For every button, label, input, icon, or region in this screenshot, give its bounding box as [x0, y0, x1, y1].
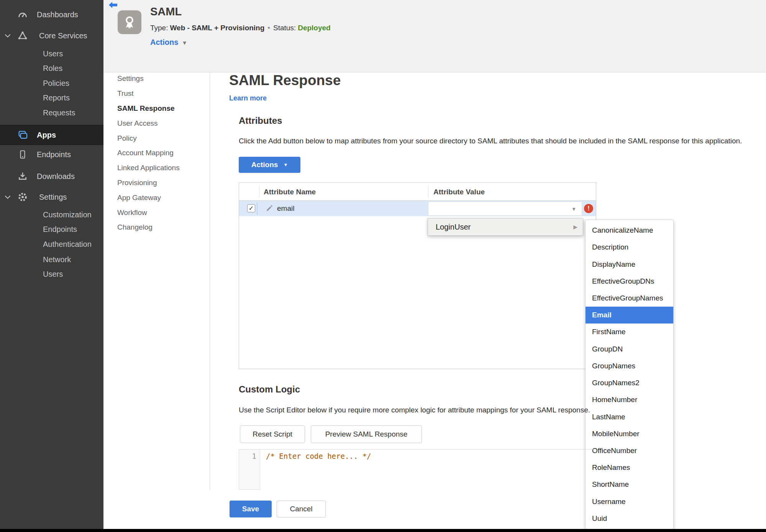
row-checkbox[interactable]: ✓	[247, 204, 255, 212]
submenu-item-canonicalizename[interactable]: CanonicalizeName	[586, 222, 673, 239]
sidebar-item-reports[interactable]: Reports	[0, 90, 103, 105]
app-meta: Type:Web - SAML + Provisioning•Status:De…	[150, 24, 331, 32]
submenu-item-groupdn[interactable]: GroupDN	[586, 341, 673, 358]
preview-saml-response-button[interactable]: Preview SAML Response	[311, 425, 422, 443]
sidebar-item-settings-endpoints[interactable]: Endpoints	[0, 222, 103, 237]
subnav-item-policy[interactable]: Policy	[117, 131, 180, 146]
caret-down-icon: ▼	[182, 39, 187, 46]
pencil-icon[interactable]	[266, 205, 273, 213]
sidebar-item-label: Downloads	[37, 172, 75, 181]
learn-more-link[interactable]: Learn more	[229, 94, 267, 102]
chevron-down-icon[interactable]	[4, 195, 11, 199]
subnav-item-saml-response[interactable]: SAML Response	[117, 101, 180, 116]
subnav-item-user-access[interactable]: User Access	[117, 116, 180, 131]
subnav-item-trust[interactable]: Trust	[117, 86, 180, 101]
sidebar-item-label: Apps	[37, 131, 56, 140]
cancel-button[interactable]: Cancel	[277, 501, 326, 517]
submenu-item-officenumber[interactable]: OfficeNumber	[586, 442, 673, 459]
editor-code[interactable]: /* Enter code here... */	[260, 450, 596, 490]
script-editor[interactable]: 1 /* Enter code here... */	[239, 449, 596, 490]
device-icon	[17, 149, 28, 160]
submenu-item-description[interactable]: Description	[586, 239, 673, 256]
gear-icon	[17, 191, 28, 203]
app-title: SAML	[150, 5, 182, 18]
loginuser-submenu: CanonicalizeName Description DisplayName…	[585, 220, 674, 529]
submenu-item-shortname[interactable]: ShortName	[586, 476, 673, 493]
submenu-item-uuid[interactable]: Uuid	[586, 510, 673, 527]
column-divider	[428, 186, 428, 198]
sidebar: Dashboards Core Services Users Roles Pol…	[0, 0, 103, 532]
column-header-attribute-name: Attribute Name	[264, 183, 316, 201]
submenu-item-email[interactable]: Email	[586, 307, 673, 323]
caret-down-icon: ▼	[283, 162, 288, 167]
submenu-item-effectivegroupnames[interactable]: EffectiveGroupNames	[586, 290, 673, 307]
sidebar-item-endpoints[interactable]: Endpoints	[0, 147, 103, 162]
sidebar-item-dashboards[interactable]: Dashboards	[0, 6, 103, 23]
sidebar-item-settings[interactable]: Settings	[0, 189, 103, 205]
reset-script-button[interactable]: Reset Script	[240, 425, 305, 443]
attributes-heading: Attributes	[239, 115, 282, 126]
sidebar-item-customization[interactable]: Customization	[0, 207, 103, 222]
status-badge: Deployed	[298, 24, 331, 32]
sidebar-item-settings-users[interactable]: Users	[0, 267, 103, 281]
type-label: Type:	[150, 24, 168, 32]
sidebar-item-roles[interactable]: Roles	[0, 61, 103, 76]
header-actions-menu[interactable]: Actions▼	[150, 38, 187, 47]
table-row[interactable]: ✓ email ▼ !	[239, 201, 596, 216]
save-button[interactable]: Save	[230, 501, 272, 517]
submenu-item-rolenames[interactable]: RoleNames	[586, 459, 673, 476]
attribute-name-cell: email	[277, 201, 294, 216]
subnav-item-app-gateway[interactable]: App Gateway	[117, 190, 180, 205]
sidebar-item-requests[interactable]: Requests	[0, 105, 103, 120]
back-arrow-icon[interactable]	[108, 2, 118, 10]
sidebar-item-label: Endpoints	[37, 150, 71, 159]
chevron-down-icon[interactable]	[4, 34, 11, 38]
page-title: SAML Response	[229, 72, 341, 89]
sidebar-item-label: Core Services	[39, 31, 87, 40]
custom-logic-description: Use the Script Editor below if you requi…	[239, 406, 590, 414]
sidebar-item-downloads[interactable]: Downloads	[0, 169, 103, 184]
sidebar-item-authentication[interactable]: Authentication	[0, 237, 103, 252]
submenu-item-groupnames2[interactable]: GroupNames2	[586, 374, 673, 391]
dot-separator: •	[267, 24, 270, 32]
submenu-item-username[interactable]: Username	[586, 493, 673, 510]
subnav-item-changelog[interactable]: Changelog	[117, 220, 180, 235]
submenu-item-firstname[interactable]: FirstName	[586, 323, 673, 340]
sidebar-item-label: Settings	[39, 193, 67, 202]
submenu-item-homenumber[interactable]: HomeNumber	[586, 391, 673, 408]
column-header-attribute-value: Attribute Value	[433, 183, 485, 201]
subnav-item-linked-applications[interactable]: Linked Applications	[117, 161, 180, 176]
attributes-description: Click the Add button below to map attrib…	[239, 137, 742, 145]
subnav-item-workflow[interactable]: Workflow	[117, 205, 180, 220]
sidebar-item-policies[interactable]: Policies	[0, 76, 103, 90]
app-header: SAML Type:Web - SAML + Provisioning•Stat…	[103, 0, 766, 72]
sidebar-item-apps[interactable]: Apps	[0, 125, 103, 145]
editor-line-number: 1	[239, 450, 260, 490]
sidebar-item-label: Dashboards	[37, 10, 78, 19]
bottom-bar	[0, 529, 766, 532]
column-divider	[259, 186, 259, 198]
submenu-item-groupnames[interactable]: GroupNames	[586, 358, 673, 374]
attribute-value-dropdown[interactable]: ▼	[428, 202, 582, 216]
attributes-actions-button[interactable]: Actions▼	[239, 157, 300, 173]
submenu-item-displayname[interactable]: DisplayName	[586, 256, 673, 273]
error-icon: !	[584, 204, 593, 213]
submenu-item-lastname[interactable]: LastName	[586, 408, 673, 425]
sidebar-item-network[interactable]: Network	[0, 252, 103, 267]
context-menu-loginuser[interactable]: LoginUser ▶	[428, 218, 583, 236]
checkmark-icon: ✓	[249, 205, 254, 212]
sidebar-item-core-services[interactable]: Core Services	[0, 27, 103, 44]
submenu-item-mobilenumber[interactable]: MobileNumber	[586, 425, 673, 442]
subnav-item-settings[interactable]: Settings	[117, 71, 180, 86]
sidebar-item-users[interactable]: Users	[0, 46, 103, 61]
subnav-item-account-mapping[interactable]: Account Mapping	[117, 146, 180, 161]
app-subnav: Settings Trust SAML Response User Access…	[103, 73, 210, 490]
status-label: Status:	[273, 24, 296, 32]
core-services-icon	[17, 30, 28, 41]
attributes-table: Attribute Name Attribute Value ✓ email ▼…	[239, 182, 596, 369]
custom-logic-heading: Custom Logic	[239, 384, 300, 395]
submenu-arrow-icon: ▶	[573, 224, 577, 230]
submenu-item-effectivegroupdns[interactable]: EffectiveGroupDNs	[586, 273, 673, 290]
apps-icon	[17, 129, 28, 141]
subnav-item-provisioning[interactable]: Provisioning	[117, 176, 180, 190]
